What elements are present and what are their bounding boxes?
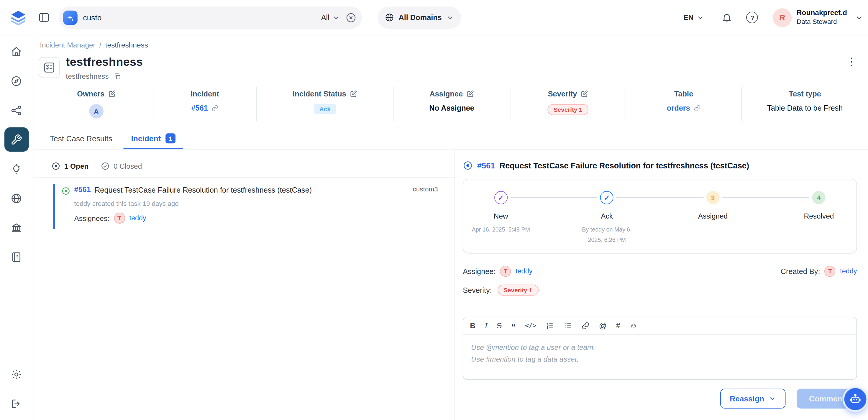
status-stepper: ✓ New Apr 16, 2025, 5:48 PM ✓ Ack By ted… (463, 179, 857, 253)
editor-placeholder-line2: Use #mention to tag a data asset. (471, 353, 848, 365)
edit-icon (350, 90, 357, 97)
search-scope-dropdown[interactable]: All (321, 13, 340, 22)
assignee-label: Assignee (430, 90, 463, 98)
owners-label: Owners (77, 90, 104, 98)
sidebar-item-web[interactable] (4, 186, 29, 211)
language-label: EN (683, 13, 694, 22)
italic-button[interactable]: I (485, 322, 487, 329)
incident-title: Request TestCase Failure Resolution for … (95, 185, 312, 196)
mention-user-button[interactable]: @ (599, 322, 607, 329)
bold-button[interactable]: B (470, 322, 475, 329)
meta-test-type: Test type Table Data to be Fresh (742, 87, 868, 121)
test-checklist-icon (39, 57, 60, 78)
sidebar-item-incidents[interactable] (4, 157, 29, 181)
test-type-label: Test type (789, 90, 821, 98)
editor-toolbar: B I S “ </> (463, 318, 857, 335)
language-selector[interactable]: EN (683, 13, 704, 22)
tab-label: Incident (131, 134, 161, 143)
edit-owners-button[interactable] (108, 90, 115, 97)
sidebar-toggle-button[interactable] (35, 9, 52, 26)
tab-incident[interactable]: Incident 1 (123, 128, 183, 149)
edit-assignee-button[interactable] (467, 90, 474, 97)
closed-count-label: 0 Closed (114, 162, 142, 170)
insert-link-button[interactable] (581, 322, 590, 330)
code-button[interactable]: </> (525, 323, 536, 329)
bullet-list-button[interactable] (564, 322, 572, 330)
domains-filter-label: All Domains (399, 13, 441, 22)
ordered-list-button[interactable] (546, 322, 554, 330)
bullet-list-icon (564, 322, 572, 330)
gear-icon (11, 368, 22, 380)
incident-list-item[interactable]: #561 Request TestCase Failure Resolution… (53, 184, 446, 229)
search-input[interactable] (83, 13, 316, 22)
closed-filter[interactable]: 0 Closed (101, 162, 142, 171)
domains-filter-dropdown[interactable]: All Domains (377, 6, 461, 29)
robot-icon (848, 393, 862, 406)
chevron-down-icon (696, 13, 704, 21)
copy-button[interactable] (114, 72, 121, 80)
user-menu[interactable]: R Rounakpreet.d Data Steward (773, 8, 847, 27)
owner-avatar[interactable]: A (89, 104, 103, 119)
created-by-avatar: T (825, 266, 836, 277)
chatbot-button[interactable] (843, 386, 868, 412)
sidebar-item-lineage[interactable] (4, 98, 29, 122)
edit-severity-button[interactable] (581, 90, 588, 97)
step-number: 4 (812, 191, 826, 204)
chevron-down-icon (769, 395, 776, 402)
meta-severity: Severity Severity 1 (510, 87, 626, 121)
lightbulb-icon (11, 163, 22, 175)
incident-content: 1 Open 0 Closed #561 (33, 150, 868, 420)
sidebar-item-glossary[interactable] (4, 245, 29, 269)
search-clear-button[interactable] (345, 12, 356, 23)
sidebar-item-home[interactable] (4, 39, 29, 64)
emoji-button[interactable]: ☺ (630, 322, 638, 329)
copy-icon (114, 72, 121, 80)
chevron-down-icon (855, 13, 864, 22)
created-by-name-link[interactable]: teddy (840, 268, 857, 275)
globe-icon (385, 13, 394, 22)
comment-input[interactable]: Use @mention to tag a user or a team. Us… (463, 335, 857, 379)
edit-status-button[interactable] (350, 90, 357, 97)
page-kebab-menu[interactable]: ⋮ (841, 55, 862, 68)
comment-editor-box: B I S “ </> (463, 317, 857, 380)
breadcrumb-incident-manager[interactable]: Incident Manager (40, 41, 96, 49)
meta-table: Table orders (626, 87, 742, 121)
assignee-name-link[interactable]: teddy (129, 214, 146, 222)
incident-link[interactable]: #561 (191, 104, 218, 112)
sidebar-item-logout[interactable] (4, 391, 29, 416)
help-button[interactable]: ? (743, 8, 762, 27)
incident-detail-title: Request TestCase Failure Resolution for … (500, 161, 749, 170)
assignee-name-link[interactable]: teddy (516, 268, 532, 275)
search-scope-label: All (321, 13, 330, 22)
blockquote-button[interactable]: “ (511, 324, 516, 330)
mention-asset-button[interactable]: # (616, 322, 620, 329)
meta-owners: Owners A (40, 87, 153, 121)
reassign-button[interactable]: Reassign (720, 389, 786, 409)
page-header: testfreshness testfreshness ⋮ (33, 51, 868, 80)
sidebar-item-data-quality[interactable] (4, 127, 29, 152)
compass-icon (11, 75, 22, 86)
strikethrough-button[interactable]: S (497, 322, 502, 329)
edit-icon (108, 90, 115, 97)
close-circle-icon (345, 12, 356, 23)
sidebar-item-governance[interactable] (4, 215, 29, 240)
global-search[interactable]: All (59, 6, 362, 29)
table-link[interactable]: orders (667, 104, 701, 112)
logout-icon (11, 398, 22, 409)
step-timestamp: Apr 16, 2025, 5:48 PM (472, 224, 530, 235)
notifications-button[interactable] (718, 8, 737, 27)
link-icon (581, 322, 590, 330)
app-logo[interactable] (8, 7, 29, 28)
open-filter[interactable]: 1 Open (52, 162, 89, 171)
sidebar-item-catalog[interactable] (4, 69, 29, 93)
incident-id-link[interactable]: #561 (74, 185, 91, 194)
incident-id-link[interactable]: #561 (477, 161, 495, 170)
severity-badge: Severity 1 (498, 284, 538, 296)
incident-created-meta: teddy created this task 19 days ago (74, 200, 438, 208)
severity-label: Severity (548, 90, 577, 98)
profile-caret-button[interactable] (855, 13, 864, 22)
sidebar-item-settings[interactable] (4, 362, 29, 387)
step-label: Ack (601, 212, 613, 220)
tab-test-case-results[interactable]: Test Case Results (42, 128, 120, 149)
severity-label: Severity: (463, 286, 492, 294)
